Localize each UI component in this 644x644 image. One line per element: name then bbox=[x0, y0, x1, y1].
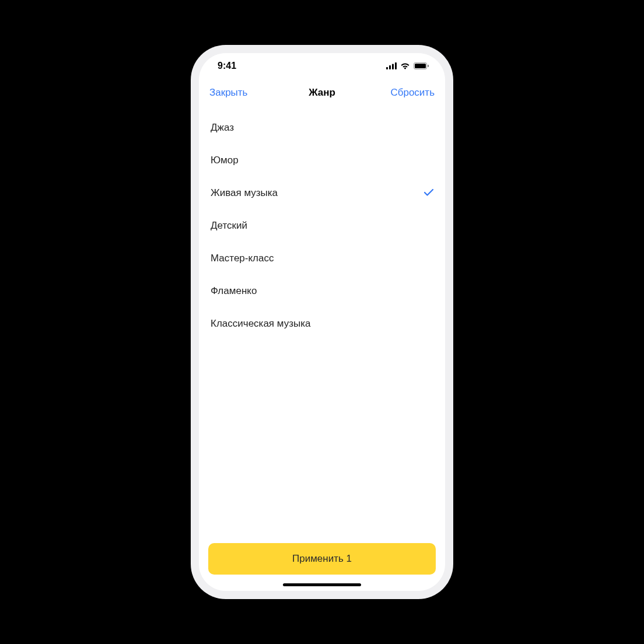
battery-icon bbox=[414, 62, 429, 69]
close-button[interactable]: Закрыть bbox=[209, 87, 247, 99]
genre-item[interactable]: Юмор bbox=[199, 144, 445, 177]
phone-screen: 9:41 Закрыть Жанр Сбросить ДжазЮморЖивая bbox=[199, 53, 445, 591]
wifi-icon bbox=[400, 62, 410, 69]
check-icon bbox=[424, 188, 433, 198]
genre-item-label: Детский bbox=[211, 220, 247, 232]
genre-item[interactable]: Живая музыка bbox=[199, 177, 445, 209]
genre-list: ДжазЮморЖивая музыкаДетскийМастер-классФ… bbox=[199, 107, 445, 537]
genre-item-label: Джаз bbox=[211, 122, 234, 134]
genre-item[interactable]: Фламенко bbox=[199, 275, 445, 307]
svg-rect-2 bbox=[392, 64, 394, 70]
svg-rect-5 bbox=[415, 64, 426, 68]
genre-item[interactable]: Джаз bbox=[199, 111, 445, 144]
genre-item[interactable]: Детский bbox=[199, 209, 445, 242]
genre-item-label: Классическая музыка bbox=[211, 318, 310, 330]
phone-frame: 9:41 Закрыть Жанр Сбросить ДжазЮморЖивая bbox=[191, 45, 453, 599]
svg-rect-6 bbox=[428, 65, 429, 67]
genre-item[interactable]: Мастер-класс bbox=[199, 242, 445, 275]
genre-item-label: Живая музыка bbox=[211, 187, 278, 199]
status-right bbox=[386, 62, 429, 69]
status-bar: 9:41 bbox=[199, 53, 445, 79]
svg-rect-0 bbox=[386, 67, 388, 69]
genre-item-label: Мастер-класс bbox=[211, 253, 274, 264]
genre-item[interactable]: Классическая музыка bbox=[199, 307, 445, 340]
cellular-icon bbox=[386, 62, 397, 69]
svg-rect-1 bbox=[389, 65, 391, 69]
genre-item-label: Юмор bbox=[211, 155, 239, 166]
apply-button[interactable]: Применить 1 bbox=[208, 543, 436, 575]
status-time: 9:41 bbox=[218, 61, 236, 71]
page-title: Жанр bbox=[309, 87, 335, 99]
nav-bar: Закрыть Жанр Сбросить bbox=[199, 79, 445, 107]
home-indicator bbox=[283, 583, 361, 586]
genre-item-label: Фламенко bbox=[211, 285, 257, 297]
reset-button[interactable]: Сбросить bbox=[390, 87, 435, 99]
svg-rect-3 bbox=[395, 62, 397, 69]
